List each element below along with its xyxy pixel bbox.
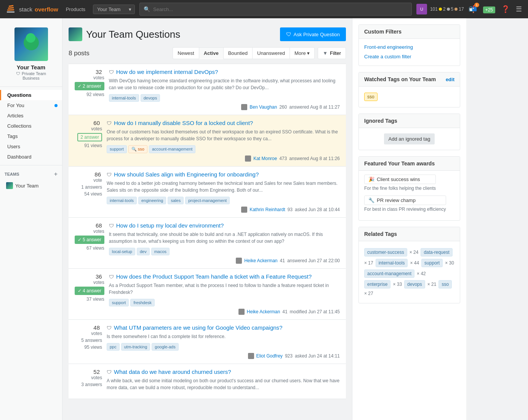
sidebar-item-for-you[interactable]: For You	[0, 100, 62, 111]
sidebar-item-collections[interactable]: Collections	[0, 121, 62, 131]
filter-link[interactable]: Front-end engineering	[364, 43, 454, 51]
sidebar-item-users[interactable]: Users	[0, 141, 62, 152]
tag-count: × 42	[417, 271, 426, 276]
answer-count: 5 answers	[81, 338, 102, 343]
edit-watched-tags-link[interactable]: edit	[446, 77, 454, 82]
custom-filters-section: Custom Filters Front-end engineering Cre…	[358, 24, 460, 66]
award-badge-button[interactable]: 🔧 PR review champ	[364, 196, 446, 205]
tab-newest[interactable]: Newest	[173, 47, 198, 59]
tag-count: × 30	[445, 260, 454, 266]
tag[interactable]: project-management	[185, 197, 230, 204]
sidebar-team-item[interactable]: Your Team	[0, 180, 62, 191]
tab-bountied[interactable]: Bountied	[223, 47, 252, 59]
related-tag[interactable]: account-management	[364, 269, 414, 278]
related-tag[interactable]: sso	[438, 280, 452, 289]
username[interactable]: Heike Ackerman	[247, 309, 280, 314]
username[interactable]: Ben Vaughan	[250, 104, 277, 110]
layout: Your Team 🛡 Private Team Business Questi…	[0, 18, 528, 420]
team-logo[interactable]	[14, 27, 48, 61]
filter-tabs: Newest Active Bountied Unanswered More ▾	[173, 47, 315, 59]
team-dropdown[interactable]: Your Team	[93, 5, 135, 14]
user-avatar	[236, 258, 242, 264]
page-team-logo	[69, 27, 82, 41]
ask-btn-label: Ask Private Question	[294, 32, 340, 37]
tag[interactable]: macos	[151, 248, 170, 255]
username[interactable]: Kathrin Reinhardt	[250, 207, 285, 212]
tag[interactable]: google-ads	[152, 343, 178, 351]
ask-private-question-button[interactable]: 🛡 Ask Private Question	[280, 27, 346, 41]
help-button[interactable]: ❓	[500, 3, 511, 15]
tag[interactable]: freshdesk	[130, 299, 155, 306]
site-logo[interactable]: stackoverflow	[5, 3, 58, 15]
tag[interactable]: engineering	[138, 197, 166, 204]
notif-badge: 1	[474, 3, 479, 7]
tag[interactable]: internal-tools	[107, 197, 137, 204]
add-ignored-tag-button[interactable]: Add an ignored tag	[384, 133, 435, 144]
related-tag[interactable]: devops	[404, 280, 425, 289]
question-title[interactable]: 🛡 What UTM parameters are we using for G…	[107, 324, 340, 331]
ignored-tags-section: Ignored Tags Add an ignored tag	[358, 114, 460, 150]
filter-button[interactable]: ▼ Filter	[318, 47, 346, 59]
tag[interactable]: ppc	[107, 343, 120, 351]
tag-count: × 17	[364, 260, 373, 266]
tag[interactable]: local-setup	[109, 248, 135, 255]
watched-tag[interactable]: sso	[364, 93, 378, 101]
tab-more[interactable]: More ▾	[290, 47, 315, 59]
private-shield-icon: 🛡	[107, 172, 112, 178]
username[interactable]: Heike Ackerman	[244, 258, 277, 263]
create-filter-link[interactable]: Create a custom filter	[364, 51, 454, 62]
answer-count: 1 answers	[81, 184, 102, 190]
tag[interactable]: internal-tools	[109, 94, 139, 102]
answer-count: 3 answers	[81, 382, 102, 387]
inbox-button[interactable]: 📬 1	[467, 3, 478, 15]
tag[interactable]: devops	[141, 94, 160, 102]
related-tag[interactable]: customer-success	[364, 248, 407, 256]
related-tags-header: Related Tags	[359, 227, 460, 241]
tag[interactable]: support	[109, 299, 129, 306]
related-tag[interactable]: data-request	[421, 248, 452, 256]
award-badge-button[interactable]: 🎉 Client success wins	[364, 175, 436, 184]
award-emoji: 🎉	[368, 176, 374, 182]
tag[interactable]: dev	[137, 248, 150, 255]
related-tag[interactable]: enterprise	[364, 280, 390, 289]
username[interactable]: Eliot Godfrey	[256, 353, 283, 359]
team-avatar-section: Your Team 🛡 Private Team Business	[0, 24, 62, 87]
question-title[interactable]: 🛡 How do I setup my local dev environmen…	[109, 222, 340, 229]
sidebar-item-dashboard[interactable]: Dashboard	[0, 152, 62, 162]
products-button[interactable]: Products	[63, 5, 88, 14]
tab-unanswered[interactable]: Unanswered	[252, 47, 290, 59]
sidebar-item-label: Collections	[7, 123, 32, 129]
user-avatar-header[interactable]: U	[416, 4, 427, 14]
tab-active[interactable]: Active	[199, 47, 223, 59]
hamburger-button[interactable]: ☰	[514, 3, 523, 15]
tag[interactable]: sales	[168, 197, 184, 204]
username[interactable]: Kat Monroe	[253, 156, 277, 161]
search-input[interactable]	[153, 6, 408, 12]
sidebar-item-tags[interactable]: Tags	[0, 131, 62, 141]
question-stats: 60 votes 2 answer 91 views	[75, 120, 102, 162]
question-title[interactable]: 🛡 What data do we have around churned us…	[107, 369, 340, 375]
tag[interactable]: support	[107, 145, 127, 153]
sidebar-item-articles[interactable]: Articles	[0, 111, 62, 121]
tag[interactable]: 🔍 sso	[128, 145, 147, 153]
question-stats: 86 vote 1 answers 54 views	[75, 171, 102, 213]
question-title[interactable]: 🛡 How do we implement internal DevOps?	[109, 69, 340, 75]
related-tag[interactable]: internal-tools	[376, 259, 408, 267]
question-title[interactable]: 🛡 How do I manually disable SSO for a lo…	[107, 120, 340, 126]
tag[interactable]: account-management	[149, 145, 195, 153]
achievements-button[interactable]: +25	[482, 4, 497, 15]
add-team-button[interactable]: +	[54, 171, 58, 178]
private-shield-icon: 🛡	[107, 369, 112, 375]
filter-bar: 8 posts Newest Active Bountied Unanswere…	[69, 47, 346, 59]
sidebar-item-questions[interactable]: Questions	[0, 90, 62, 100]
answer-badge: 2 answer	[77, 133, 102, 141]
private-shield-icon: 🛡	[109, 223, 114, 229]
question-title[interactable]: 🛡 How should Sales align with Engineerin…	[107, 171, 340, 178]
related-tag[interactable]: support	[421, 259, 443, 267]
answer-badge: ✓ 5 answer	[75, 236, 104, 244]
question-item: 36 votes ✓ 4 answer 37 views 🛡	[69, 269, 346, 320]
sidebar-item-label: Articles	[7, 113, 24, 119]
tag[interactable]: utm-tracking	[121, 343, 150, 351]
watched-tags-section: Watched Tags on Your Team edit sso	[358, 72, 460, 107]
question-title[interactable]: 🛡 How does the Product Support Team hand…	[109, 273, 340, 280]
